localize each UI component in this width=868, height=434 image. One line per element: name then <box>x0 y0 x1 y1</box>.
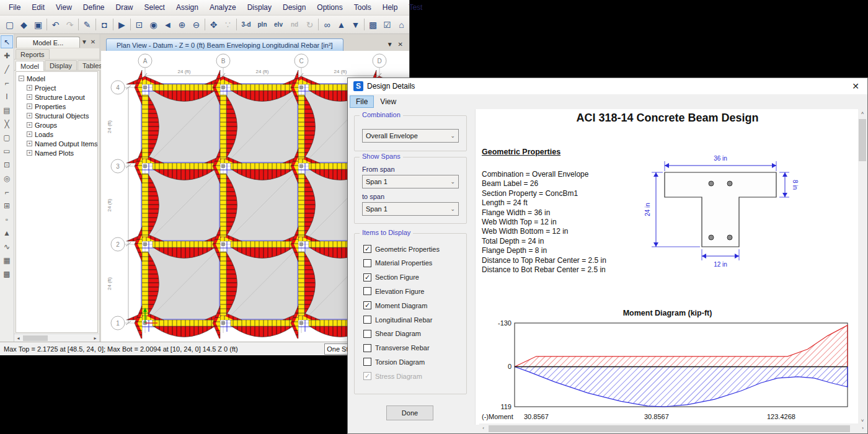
draw-strip-icon[interactable]: ▤ <box>1 104 13 117</box>
draw-point-area-icon[interactable]: ⊡ <box>1 158 13 171</box>
draw-line-icon[interactable]: ╱ <box>1 63 13 76</box>
draw-area-icon[interactable]: ▢ <box>1 131 13 144</box>
menu-item-analyze[interactable]: Analyze <box>204 1 242 14</box>
draw-point-icon[interactable]: ◎ <box>1 172 13 185</box>
menu-item-design[interactable]: Design <box>277 1 311 14</box>
save-icon[interactable]: ▣ <box>31 17 45 32</box>
menu-item-help[interactable]: Help <box>377 1 404 14</box>
checkbox-icon[interactable] <box>363 316 371 324</box>
zoom-out-icon[interactable]: ⊖ <box>189 17 203 32</box>
checkbox-shear-diagram[interactable]: Shear Diagram <box>363 330 421 338</box>
tab-plan-view[interactable]: Plan View - Datum - Z = 0 (ft) Beam Enve… <box>106 38 343 51</box>
checkbox-icon[interactable] <box>363 330 371 338</box>
reshape-object-icon[interactable]: ✚ <box>1 49 13 62</box>
expand-icon[interactable]: + <box>27 94 32 100</box>
done-button[interactable]: Done <box>386 405 433 420</box>
display-options-icon[interactable]: ∞ <box>320 17 334 32</box>
checkbox-icon[interactable] <box>363 259 371 267</box>
checkbox-longitudinal-rebar[interactable]: Longitudinal Rebar <box>363 316 432 324</box>
checkbox-icon[interactable] <box>363 344 371 352</box>
draw-wall-icon[interactable]: ⌐ <box>1 185 13 198</box>
report-vertical-scrollbar[interactable]: ˄ ˅ <box>858 109 867 425</box>
shrink-objects-icon[interactable]: ▩ <box>366 17 380 32</box>
checkbox-section-figure[interactable]: ✓Section Figure <box>363 273 419 281</box>
expand-icon[interactable]: + <box>27 150 32 156</box>
menu-item-file[interactable]: File <box>3 1 26 14</box>
scroll-left-icon[interactable]: ‹ <box>479 424 487 432</box>
checkbox-icon[interactable]: ✓ <box>363 273 371 281</box>
draw-polyline-icon[interactable]: ⌐ <box>1 76 13 89</box>
grid-options-icon[interactable]: ▦ <box>1 254 13 267</box>
pan-icon[interactable]: ✥ <box>206 17 221 32</box>
view-tab-dropdown-icon[interactable]: ▼ <box>387 41 393 48</box>
pointer-select-icon[interactable]: ↖ <box>1 35 13 48</box>
tree-item-model[interactable]: −Model <box>19 74 97 83</box>
menu-item-options[interactable]: Options <box>311 1 348 14</box>
expand-icon[interactable]: + <box>27 122 32 128</box>
checkbox-icon[interactable] <box>363 358 371 366</box>
tab-reports[interactable]: Reports <box>16 49 50 59</box>
tab-display[interactable]: Display <box>45 60 77 70</box>
expand-icon[interactable]: + <box>27 104 32 109</box>
draw-column-icon[interactable]: ⊞ <box>1 199 13 212</box>
tab-model[interactable]: Model <box>16 61 44 71</box>
checkbox-moment-diagram[interactable]: ✓Moment Diagram <box>363 301 427 309</box>
menu-item-draw[interactable]: Draw <box>110 1 139 14</box>
expand-icon[interactable]: + <box>27 141 32 146</box>
scroll-right-icon[interactable]: › <box>859 424 867 432</box>
new-model-icon[interactable]: ▢ <box>2 17 17 32</box>
checkbox-icon[interactable] <box>363 287 371 295</box>
zoom-in-icon[interactable]: ⊕ <box>175 17 189 32</box>
checkbox-icon[interactable]: ✓ <box>363 301 371 309</box>
view-elevation-icon[interactable]: elv <box>270 17 286 32</box>
collapse-icon[interactable]: − <box>19 76 24 81</box>
move-up-in-list-icon[interactable]: ▲ <box>334 17 348 32</box>
undo-icon[interactable]: ↶ <box>48 17 63 32</box>
draw-opening-icon[interactable]: ╳ <box>1 117 13 130</box>
checkbox-geometric-properties[interactable]: ✓Geometric Properties <box>363 245 440 253</box>
zoom-window-icon[interactable]: ⊡ <box>132 17 146 32</box>
checkbox-material-properties[interactable]: Material Properties <box>363 259 432 267</box>
menu-item-assign[interactable]: Assign <box>170 1 204 14</box>
tree-item-named-output-items[interactable]: +Named Output Items <box>19 139 97 148</box>
run-analysis-icon[interactable]: ▶ <box>115 17 129 32</box>
view-3d-icon[interactable]: 3-d <box>238 17 254 32</box>
dialog-menu-file[interactable]: File <box>350 95 374 108</box>
draw-dimension-icon[interactable]: I <box>1 90 13 103</box>
report-horizontal-scrollbar[interactable]: ‹ › <box>479 423 867 433</box>
expand-icon[interactable]: + <box>27 85 32 91</box>
checkbox-transverse-rebar[interactable]: Transverse Rebar <box>363 344 430 352</box>
checkbox-elevation-figure[interactable]: Elevation Figure <box>363 287 425 295</box>
draw-node-icon[interactable]: ▫ <box>1 213 13 226</box>
draw-edit-icon[interactable]: ✎ <box>80 17 94 32</box>
draw-rectangular-area-icon[interactable]: ▭ <box>1 144 13 157</box>
check-model-icon[interactable]: ☑ <box>380 17 394 32</box>
explorer-horizontal-scrollbar[interactable]: ◂ ▸ <box>14 334 99 342</box>
checkbox-torsion-diagram[interactable]: Torsion Diagram <box>363 358 425 366</box>
tree-item-structure-layout[interactable]: +Structure Layout <box>19 92 97 102</box>
tree-item-groups[interactable]: +Groups <box>19 120 97 130</box>
tower-icon[interactable]: ▲ <box>1 226 13 239</box>
model-explorer-tab[interactable]: Model E... <box>16 37 80 48</box>
expand-icon[interactable]: + <box>27 131 32 137</box>
zoom-previous-icon[interactable]: ◄ <box>161 17 175 32</box>
from-span-select[interactable]: Span 1⌄ <box>362 175 459 188</box>
tree-item-loads[interactable]: +Loads <box>19 130 97 139</box>
combination-select[interactable]: Overall Envelope⌄ <box>362 129 459 143</box>
menu-item-edit[interactable]: Edit <box>26 1 50 14</box>
tree-item-named-plots[interactable]: +Named Plots <box>19 148 97 157</box>
menu-item-display[interactable]: Display <box>242 1 277 14</box>
dialog-close-icon[interactable]: ✕ <box>849 81 862 91</box>
move-down-in-list-icon[interactable]: ▼ <box>348 17 363 32</box>
menu-item-define[interactable]: Define <box>78 1 110 14</box>
scroll-right-icon[interactable]: ▸ <box>91 334 99 342</box>
menu-item-view[interactable]: View <box>50 1 78 14</box>
menu-item-tools[interactable]: Tools <box>348 1 377 14</box>
dialog-menu-view[interactable]: View <box>374 95 402 108</box>
scroll-left-icon[interactable]: ◂ <box>14 334 22 342</box>
open-icon[interactable]: ◆ <box>17 17 31 32</box>
tree-item-structural-objects[interactable]: +Structural Objects <box>19 111 97 120</box>
tree-item-properties[interactable]: +Properties <box>19 102 97 111</box>
tree-item-project[interactable]: +Project <box>19 83 97 92</box>
expand-icon[interactable]: + <box>27 113 32 118</box>
